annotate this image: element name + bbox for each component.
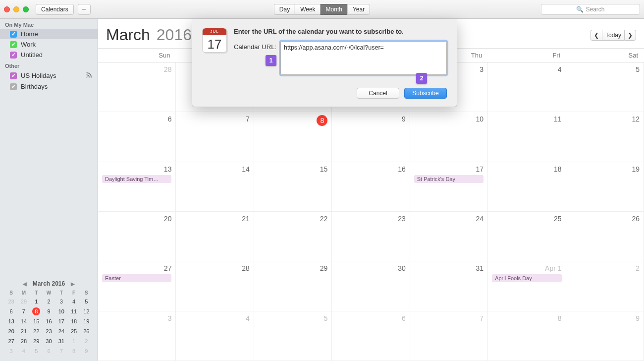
mini-day[interactable]: 3 xyxy=(5,346,17,356)
mini-day[interactable]: 30 xyxy=(43,336,55,346)
day-cell[interactable]: 28 xyxy=(176,261,254,311)
today-button[interactable]: Today xyxy=(602,30,624,41)
mini-day[interactable]: 2 xyxy=(80,336,93,346)
day-cell[interactable]: 23 xyxy=(332,212,410,261)
day-cell[interactable]: 17St Patrick's Day xyxy=(410,162,488,212)
cancel-button[interactable]: Cancel xyxy=(357,88,399,99)
calendar-checkbox[interactable] xyxy=(10,41,17,48)
day-cell[interactable]: 5 xyxy=(254,311,332,361)
mini-day[interactable]: 19 xyxy=(80,316,93,326)
day-cell[interactable]: 22 xyxy=(254,212,332,261)
day-cell[interactable]: 25 xyxy=(488,212,566,261)
day-cell[interactable]: 27Easter xyxy=(98,261,176,311)
mini-day[interactable]: 31 xyxy=(55,336,67,346)
mini-day[interactable]: 7 xyxy=(55,346,67,356)
calendar-list-item[interactable]: Home xyxy=(0,29,98,39)
day-cell[interactable]: 8 xyxy=(254,112,332,162)
day-cell[interactable]: 24 xyxy=(410,212,488,261)
mini-day[interactable]: 5 xyxy=(80,297,93,306)
mini-day[interactable]: 16 xyxy=(43,316,55,326)
day-cell[interactable]: 12 xyxy=(566,112,644,162)
day-cell[interactable]: 16 xyxy=(332,162,410,212)
mini-day[interactable]: 1 xyxy=(67,336,80,346)
search-input[interactable]: 🔍 Search xyxy=(541,4,640,15)
mini-day[interactable]: 12 xyxy=(80,306,93,316)
day-cell[interactable]: 7 xyxy=(410,311,488,361)
day-cell[interactable]: 21 xyxy=(176,212,254,261)
day-cell[interactable]: 19 xyxy=(566,162,644,212)
mini-day[interactable]: 6 xyxy=(5,306,17,316)
day-cell[interactable]: 2 xyxy=(566,261,644,311)
view-month[interactable]: Month xyxy=(321,4,347,15)
day-cell[interactable]: 26 xyxy=(566,212,644,261)
subscribe-button[interactable]: Subscribe xyxy=(404,88,447,99)
mini-day[interactable]: 1 xyxy=(30,297,43,306)
mini-day[interactable]: 27 xyxy=(5,336,17,346)
calendar-checkbox[interactable] xyxy=(10,83,17,90)
close-window-button[interactable] xyxy=(4,6,10,12)
calendar-checkbox[interactable] xyxy=(10,72,17,79)
calendars-toggle-button[interactable]: Calendars xyxy=(36,4,74,15)
view-day[interactable]: Day xyxy=(274,4,295,15)
event[interactable]: Easter xyxy=(102,274,171,282)
mini-day[interactable]: 17 xyxy=(55,316,67,326)
day-cell[interactable]: 7 xyxy=(176,112,254,162)
calendar-list-item[interactable]: US Holidays xyxy=(0,70,98,81)
mini-day[interactable]: 29 xyxy=(17,297,30,306)
event[interactable]: Daylight Saving Tim… xyxy=(102,175,171,183)
mini-day[interactable]: 4 xyxy=(17,346,30,356)
minimize-window-button[interactable] xyxy=(13,6,19,12)
day-cell[interactable]: 11 xyxy=(488,112,566,162)
day-cell[interactable]: 9 xyxy=(566,311,644,361)
day-cell[interactable]: 13Daylight Saving Tim… xyxy=(98,162,176,212)
day-cell[interactable]: 15 xyxy=(254,162,332,212)
mini-day[interactable]: 14 xyxy=(17,316,30,326)
mini-prev-month[interactable]: ◀ xyxy=(23,281,27,287)
mini-day[interactable]: 15 xyxy=(30,316,43,326)
mini-day[interactable]: 21 xyxy=(17,326,30,336)
calendar-list-item[interactable]: Work xyxy=(0,39,98,50)
calendar-checkbox[interactable] xyxy=(10,52,17,59)
view-year[interactable]: Year xyxy=(347,4,370,15)
mini-next-month[interactable]: ▶ xyxy=(71,281,75,287)
mini-day[interactable]: 13 xyxy=(5,316,17,326)
mini-day[interactable]: 8 xyxy=(30,306,43,316)
calendar-url-input[interactable] xyxy=(280,41,447,75)
mini-day[interactable]: 22 xyxy=(30,326,43,336)
day-cell[interactable]: 6 xyxy=(332,311,410,361)
day-cell[interactable]: 31 xyxy=(410,261,488,311)
mini-day[interactable]: 4 xyxy=(67,297,80,306)
mini-day[interactable]: 6 xyxy=(43,346,55,356)
day-cell[interactable]: 8 xyxy=(488,311,566,361)
mini-day[interactable]: 8 xyxy=(67,346,80,356)
day-cell[interactable]: 10 xyxy=(410,112,488,162)
prev-month-button[interactable]: ❮ xyxy=(590,30,602,41)
day-cell[interactable]: 4 xyxy=(488,62,566,112)
calendar-list-item[interactable]: Birthdays xyxy=(0,81,98,92)
day-cell[interactable]: 9 xyxy=(332,112,410,162)
mini-day[interactable]: 29 xyxy=(30,336,43,346)
event[interactable]: St Patrick's Day xyxy=(414,175,483,183)
month-grid[interactable]: 282912345678910111213Daylight Saving Tim… xyxy=(98,62,644,361)
zoom-window-button[interactable] xyxy=(23,6,29,12)
day-cell[interactable]: 29 xyxy=(254,261,332,311)
day-cell[interactable]: 18 xyxy=(488,162,566,212)
day-cell[interactable]: 28 xyxy=(98,62,176,112)
mini-day[interactable]: 28 xyxy=(5,297,17,306)
next-month-button[interactable]: ❯ xyxy=(624,30,636,41)
view-week[interactable]: Week xyxy=(295,4,320,15)
mini-day[interactable]: 7 xyxy=(17,306,30,316)
day-cell[interactable]: 4 xyxy=(176,311,254,361)
day-cell[interactable]: 30 xyxy=(332,261,410,311)
mini-day[interactable]: 9 xyxy=(80,346,93,356)
event[interactable]: April Fools Day xyxy=(492,274,561,282)
day-cell[interactable]: 14 xyxy=(176,162,254,212)
calendar-list-item[interactable]: Untitled xyxy=(0,50,98,60)
calendar-checkbox[interactable] xyxy=(10,31,17,38)
mini-day[interactable]: 24 xyxy=(55,326,67,336)
add-event-button[interactable]: ＋ xyxy=(78,4,91,15)
mini-day[interactable]: 25 xyxy=(67,326,80,336)
mini-day[interactable]: 26 xyxy=(80,326,93,336)
day-cell[interactable]: Apr 1April Fools Day xyxy=(488,261,566,311)
mini-day[interactable]: 2 xyxy=(43,297,55,306)
